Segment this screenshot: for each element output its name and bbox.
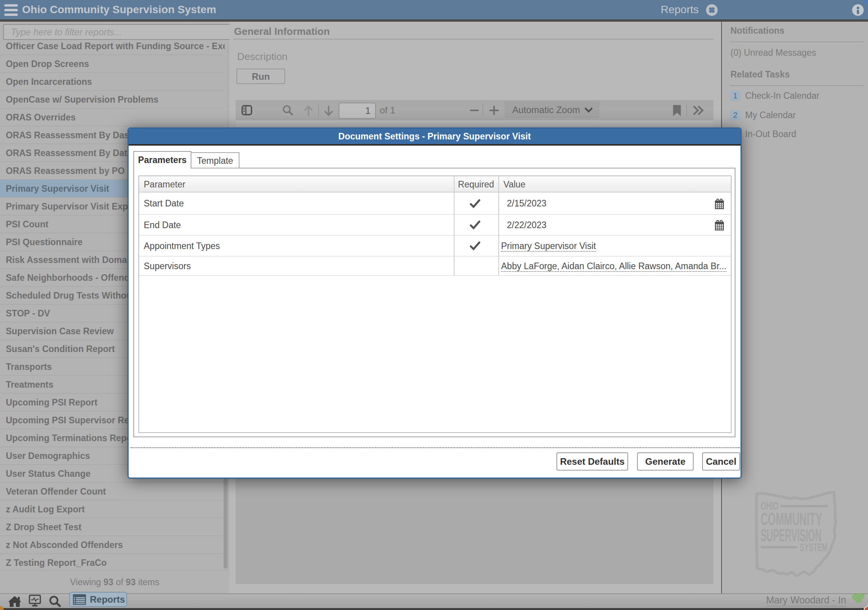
svg-text:SYSTEM: SYSTEM	[800, 541, 828, 553]
